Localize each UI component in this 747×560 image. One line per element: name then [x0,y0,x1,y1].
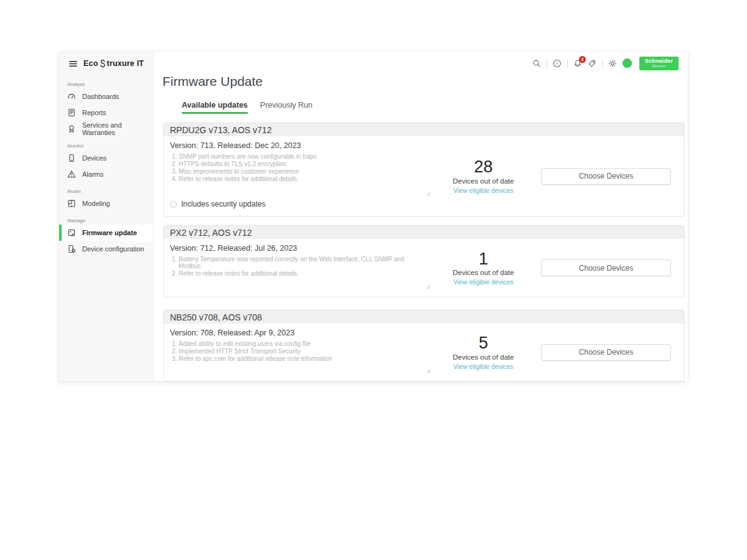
device-count: 5 [479,334,488,353]
ecostruxure-logo: Ecotruxure IT [83,59,144,68]
release-notes-box[interactable]: Added ability to edit existing users via… [170,340,426,377]
card-body: Version: 712, Released: Jul 26, 2023 Bat… [164,239,684,297]
device-count-column: 1 Devices out of date View eligible devi… [426,239,541,297]
document-icon [67,108,76,117]
device-icon [67,154,76,162]
sidebar-section-analyze: Analyze [59,75,153,88]
help-icon[interactable]: ? [553,59,561,68]
toolbar-divider [602,59,603,67]
card-title: NB250 v708, AOS v708 [164,310,684,324]
sidebar-item-label: Modeling [82,200,110,207]
view-eligible-devices-link[interactable]: View eligible devices [453,363,514,370]
schneider-electric-logo: Schneider Electric [639,57,679,70]
logo-suffix: truxure IT [107,59,144,68]
card-action-column: Choose Devices [541,136,684,216]
brand-name: Schneider [645,58,673,64]
toolbar-divider [547,59,547,67]
update-card-rpdu2g: RPDU2G v713, AOS v712 Version: 713, Rele… [163,123,685,217]
sidebar-item-label: Device configuration [82,245,144,253]
release-note: SNMP port numbers are now configurable i… [179,153,426,160]
card-title: RPDU2G v713, AOS v712 [164,123,684,136]
ecostruxure-s-icon [99,60,106,68]
header-toolbar: ? 3 Schneider Electric [154,56,679,70]
sidebar-section-monitor: Monitor [59,137,153,150]
firmware-icon [67,228,76,237]
sidebar-item-services-warranties[interactable]: Services and Warranties [59,121,153,137]
release-note: Battery Temperature now reported correct… [179,256,426,269]
search-icon[interactable] [532,59,541,68]
app-window: Ecotruxure IT Analyze Dashboards Reports… [59,52,688,381]
resize-handle-icon[interactable] [426,365,431,376]
release-note: Refer to release notes for additional de… [179,175,426,182]
view-eligible-devices-link[interactable]: View eligible devices [453,278,514,286]
release-notes-column: Version: 712, Released: Jul 26, 2023 Bat… [164,239,426,297]
tab-available-updates[interactable]: Available updates [182,101,248,114]
tab-bar: Available updates Previously Run [182,101,688,114]
page-title: Firmware Update [162,74,688,89]
choose-devices-button[interactable]: Choose Devices [541,259,671,276]
hamburger-menu-icon[interactable] [68,59,78,68]
sidebar-section-model: Model [59,182,153,195]
sidebar-item-firmware-update[interactable]: Firmware update [59,225,153,241]
release-notes-column: Version: 713, Released: Dec 20, 2023 SNM… [164,136,426,216]
view-eligible-devices-link[interactable]: View eligible devices [453,187,514,194]
sidebar-item-label: Firmware update [82,229,137,236]
resize-handle-icon[interactable] [426,281,431,292]
update-card-px2: PX2 v712, AOS v712 Version: 712, Release… [163,225,685,297]
sidebar-logo-row: Ecotruxure IT [59,52,153,75]
device-count-label: Devices out of date [453,177,514,185]
choose-devices-button[interactable]: Choose Devices [541,344,671,361]
version-line: Version: 713, Released: Dec 20, 2023 [170,141,426,150]
sidebar-item-dashboards[interactable]: Dashboards [59,88,153,105]
update-card-nb250: NB250 v708, AOS v708 Version: 708, Relea… [163,310,685,381]
card-title: PX2 v712, AOS v712 [164,226,684,239]
release-notes-column: Version: 708, Released: Apr 9, 2023 Adde… [164,324,426,381]
version-line: Version: 708, Released: Apr 9, 2023 [170,329,426,337]
brand-subname: Electric [652,65,665,68]
release-notes-box[interactable]: SNMP port numbers are now configurable i… [170,153,426,200]
release-notes-list: SNMP port numbers are now configurable i… [170,153,426,182]
release-note: Refer to apc.com for additional release … [179,355,426,362]
device-count-column: 5 Devices out of date View eligible devi… [426,324,541,381]
resize-handle-icon[interactable] [426,187,431,198]
sidebar-section-manage: Manage [59,212,153,225]
sidebar: Ecotruxure IT Analyze Dashboards Reports… [59,52,154,381]
svg-text:?: ? [556,61,558,65]
device-count-label: Devices out of date [453,269,514,276]
award-icon [67,124,76,133]
sidebar-item-label: Dashboards [82,93,119,100]
release-note: Added ability to edit existing users via… [179,340,426,347]
security-updates-label: Includes security updates [181,200,265,208]
sidebar-item-reports[interactable]: Reports [59,105,153,121]
toolbar-divider [567,59,568,67]
sidebar-item-device-configuration[interactable]: Device configuration [59,241,153,257]
notifications-badge: 3 [579,56,586,63]
sidebar-item-label: Devices [82,154,106,162]
sidebar-item-alarms[interactable]: Alarms [59,166,153,182]
card-body: Version: 713, Released: Dec 20, 2023 SNM… [164,136,684,216]
release-note: Refer to release notes for additional de… [179,270,426,277]
release-note: HTTPS defaults to TLS v1.2 encryption [179,161,426,167]
release-notes-box[interactable]: Battery Temperature now reported correct… [170,256,426,293]
feedback-tag-icon[interactable] [588,59,596,68]
user-avatar[interactable] [622,58,632,68]
sidebar-item-label: Alarms [82,170,103,178]
device-count: 1 [479,250,488,269]
release-note: Misc improvements to customer experience [179,168,426,175]
main-content: ? 3 Schneider Electric [154,52,688,381]
choose-devices-button[interactable]: Choose Devices [541,168,671,185]
security-updates-row: Includes security updates [170,200,426,212]
device-count-column: 28 Devices out of date View eligible dev… [426,136,541,216]
page-canvas: Ecotruxure IT Analyze Dashboards Reports… [0,0,747,560]
sidebar-item-modeling[interactable]: Modeling [59,195,153,212]
update-card-list: RPDU2G v713, AOS v712 Version: 713, Rele… [163,123,685,381]
card-action-column: Choose Devices [541,239,684,297]
logo-prefix: Eco [83,59,98,68]
notifications-bell-icon[interactable]: 3 [573,59,582,68]
device-gear-icon [67,245,76,253]
tab-previously-run[interactable]: Previously Run [260,101,312,114]
sidebar-item-devices[interactable]: Devices [59,150,153,166]
release-notes-list: Battery Temperature now reported correct… [170,256,426,277]
settings-gear-icon[interactable] [608,59,617,68]
security-updates-radio[interactable] [170,201,177,208]
